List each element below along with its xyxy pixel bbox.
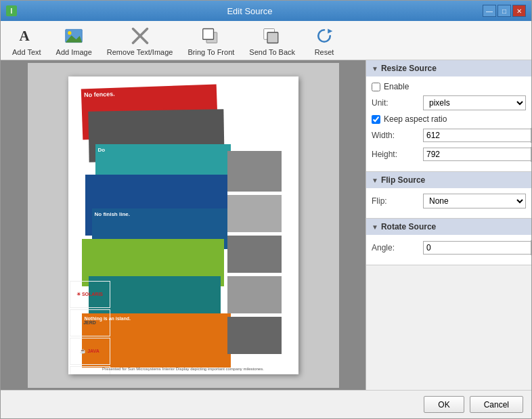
rotate-source-section: ▼ Rotate Source Angle: 0 ▲ ▼ [366, 219, 531, 265]
angle-row: Angle: 0 ▲ ▼ [372, 240, 526, 255]
canvas-inner: No fences. Do No finish line. [28, 63, 339, 388]
title-controls: — □ ✕ [483, 5, 526, 17]
rotate-arrow-icon: ▼ [372, 223, 378, 231]
flip-label: Flip: [372, 196, 419, 206]
small-img-3 [227, 236, 282, 273]
send-back-icon [261, 25, 283, 47]
flip-source-header[interactable]: ▼ Flip Source [366, 172, 531, 188]
height-input[interactable]: 792 [423, 148, 531, 161]
svg-rect-7 [203, 28, 214, 39]
logo-area: ☀ SOLARIS JERD ☕ JAVA ☀ Sun [68, 280, 116, 374]
reset-icon [313, 25, 335, 47]
small-img-4 [227, 276, 282, 313]
flip-row: Flip: None Horizontal Vertical Both [372, 194, 526, 208]
aspect-ratio-row: Keep aspect ratio [372, 114, 526, 124]
resize-arrow-icon: ▼ [372, 65, 378, 72]
angle-label: Angle: [372, 243, 419, 252]
main-content: No fences. Do No finish line. [1, 60, 531, 390]
angle-input[interactable]: 0 [423, 241, 531, 255]
remove-text-image-button[interactable]: Remove Text/Image [101, 22, 179, 60]
width-row: Width: 612 ▲ ▼ [372, 128, 526, 143]
remove-label: Remove Text/Image [107, 48, 173, 56]
page-content: No fences. Do No finish line. [68, 76, 298, 374]
flip-source-section: ▼ Flip Source Flip: None Horizontal Vert… [366, 172, 531, 219]
width-label: Width: [372, 131, 419, 140]
svg-point-2 [68, 31, 71, 35]
small-img-1 [227, 151, 282, 192]
java-logo: ☕ JAVA [70, 338, 110, 365]
send-back-label: Send To Back [249, 48, 295, 56]
reset-button[interactable]: Reset [304, 22, 345, 60]
title-bar: I Edit Source — □ ✕ [1, 1, 531, 21]
main-window: I Edit Source — □ ✕ A Add Text [0, 0, 532, 419]
canvas-area[interactable]: No fences. Do No finish line. [1, 60, 365, 390]
small-img-5 [227, 317, 282, 354]
angle-spinner: 0 ▲ ▼ [423, 240, 531, 255]
flip-arrow-icon: ▼ [372, 177, 378, 184]
bring-front-label: Bring To Front [187, 48, 234, 56]
enable-row: Enable [372, 82, 526, 91]
height-spinners: ▲ ▼ [531, 147, 531, 162]
unit-row: Unit: pixels percent inches cm [372, 95, 526, 110]
flip-source-title: Flip Source [381, 175, 425, 185]
window-title: Edit Source [17, 6, 483, 16]
rotate-source-header[interactable]: ▼ Rotate Source [366, 219, 531, 235]
aspect-ratio-checkbox[interactable] [372, 115, 380, 124]
solaris-logo: ☀ SOLARIS [70, 281, 110, 308]
height-label: Height: [372, 150, 419, 159]
flip-select[interactable]: None Horizontal Vertical Both [423, 194, 526, 208]
add-image-button[interactable]: Add Image [50, 22, 98, 60]
resize-source-title: Resize Source [381, 64, 437, 73]
resize-source-section: ▼ Resize Source Enable Unit: pixels per [366, 60, 531, 172]
add-text-button[interactable]: A Add Text [6, 22, 47, 60]
add-image-icon [63, 25, 85, 47]
cancel-button[interactable]: Cancel [470, 396, 523, 413]
flip-source-body: Flip: None Horizontal Vertical Both [366, 188, 531, 218]
width-spinner: 612 ▲ ▼ [423, 128, 531, 143]
ok-button[interactable]: OK [424, 396, 464, 413]
right-panel: ▼ Resize Source Enable Unit: pixels per [365, 60, 531, 390]
unit-label: Unit: [372, 98, 419, 108]
bring-front-icon [200, 25, 222, 47]
resize-source-body: Enable Unit: pixels percent inches cm [366, 76, 531, 171]
maximize-button[interactable]: □ [497, 5, 511, 17]
small-img-2 [227, 195, 282, 232]
svg-text:A: A [20, 28, 30, 44]
toolbar: A Add Text Add Image [1, 21, 531, 60]
page-caption: Presented for Sun Microsystems Interior … [102, 367, 264, 371]
send-to-back-button[interactable]: Send To Back [243, 22, 301, 60]
remove-icon [129, 25, 151, 47]
width-input[interactable]: 612 [423, 129, 531, 142]
svg-rect-9 [267, 32, 278, 43]
aspect-ratio-label: Keep aspect ratio [384, 114, 447, 124]
close-button[interactable]: ✕ [512, 5, 526, 17]
footer: OK Cancel [1, 390, 531, 418]
app-icon: I [6, 5, 17, 16]
rotate-source-body: Angle: 0 ▲ ▼ [366, 235, 531, 265]
minimize-button[interactable]: — [483, 5, 496, 17]
angle-spinners: ▲ ▼ [531, 240, 531, 255]
height-spinner: 792 ▲ ▼ [423, 147, 531, 162]
add-text-icon: A [16, 25, 37, 47]
page-preview: No fences. Do No finish line. [68, 76, 298, 374]
width-spinners: ▲ ▼ [531, 128, 531, 143]
enable-label: Enable [384, 82, 409, 91]
resize-source-header[interactable]: ▼ Resize Source [366, 60, 531, 76]
height-row: Height: 792 ▲ ▼ [372, 147, 526, 162]
add-text-label: Add Text [12, 48, 41, 56]
svg-marker-10 [328, 28, 332, 33]
rotate-source-title: Rotate Source [381, 222, 436, 231]
bring-to-front-button[interactable]: Bring To Front [181, 22, 240, 60]
enable-checkbox[interactable] [372, 83, 380, 91]
add-image-label: Add Image [56, 48, 92, 56]
reset-label: Reset [315, 48, 334, 56]
jerd-logo: JERD [70, 309, 110, 336]
unit-select[interactable]: pixels percent inches cm [423, 95, 526, 110]
